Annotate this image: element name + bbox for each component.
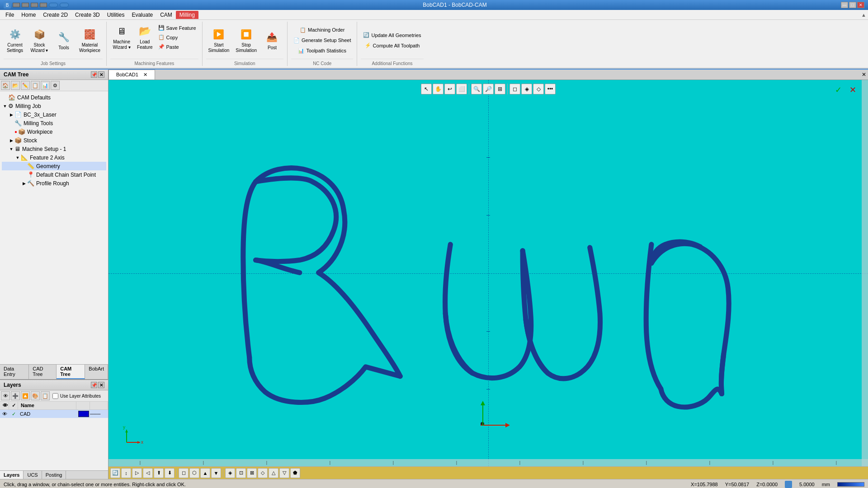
layers-close-btn[interactable]: ✕ [98, 382, 104, 388]
menu-create2d[interactable]: Create 2D [39, 11, 71, 19]
menu-utilities[interactable]: Utilities [104, 11, 128, 19]
tree-chain-start[interactable]: 📍 Default Chain Start Point [2, 170, 106, 179]
cam-toolbar-btn2[interactable]: 📂 [11, 81, 20, 90]
vt-wireframe[interactable]: ◇ [533, 84, 544, 94]
machining-order-button[interactable]: 📋 Machining Order [297, 26, 347, 34]
viewport-tab-bobcad1[interactable]: BobCAD1 ✕ [108, 70, 155, 80]
compute-all-toolpath-button[interactable]: ⚡ Compute All Toolpath [363, 41, 422, 50]
generate-setup-sheet-button[interactable]: 📄 Generate Setup Sheet [291, 36, 353, 45]
nav-btn2[interactable]: ↕ [121, 468, 131, 478]
tree-geometry[interactable]: 📏 Geometry [2, 162, 106, 170]
tools-button[interactable]: 🔧 Tools [52, 28, 75, 53]
save-feature-button[interactable]: 💾 Save Feature [156, 23, 198, 32]
nav-btn15[interactable]: △ [269, 468, 278, 478]
nav-btn11[interactable]: ◈ [225, 468, 235, 478]
nav-btn14[interactable]: ◇ [258, 468, 268, 478]
tree-profile-rough[interactable]: ▶ 🔨 Profile Rough [2, 179, 106, 188]
menu-cam[interactable]: CAM [156, 11, 176, 19]
cam-toolbar-btn4[interactable]: 📋 [31, 81, 40, 90]
vt-pan[interactable]: ✋ [433, 84, 443, 94]
viewport-close-btn[interactable]: ✕ [860, 70, 868, 80]
profile-rough-arrow[interactable]: ▶ [21, 181, 27, 186]
ribbon-collapse[interactable]: ▲ [861, 12, 866, 18]
update-all-geometries-button[interactable]: 🔄 Update All Geometries [361, 31, 423, 39]
cam-tree-pin-btn[interactable]: 📌 [91, 71, 97, 78]
nav-btn4[interactable]: ◁ [143, 468, 153, 478]
vt-fit[interactable]: ⊞ [495, 84, 505, 94]
load-feature-button[interactable]: 📂 LoadFeature [135, 22, 155, 52]
start-simulation-button[interactable]: ▶️ StartSimulation [206, 25, 232, 56]
layers-btn4[interactable]: 🎨 [31, 391, 40, 400]
tab-layers[interactable]: Layers [0, 471, 24, 479]
vt-settings[interactable]: ••• [545, 84, 556, 94]
menu-milling[interactable]: Milling [176, 11, 198, 19]
reject-button[interactable]: ✕ [846, 84, 859, 96]
menu-create3d[interactable]: Create 3D [71, 11, 104, 19]
layers-pin-btn[interactable]: 📌 [91, 382, 97, 388]
cam-toolbar-btn3[interactable]: ✏️ [21, 81, 30, 90]
tree-stock[interactable]: ▶ 📦 Stock [2, 136, 106, 145]
nav-btn9[interactable]: ▲ [200, 468, 210, 478]
viewport-tab-close[interactable]: ✕ [143, 72, 147, 77]
tab-cad-tree[interactable]: CAD Tree [29, 365, 57, 379]
nav-btn16[interactable]: ▽ [279, 468, 289, 478]
cam-toolbar-btn6[interactable]: ⚙ [51, 81, 60, 90]
menu-home[interactable]: Home [18, 11, 39, 19]
close-button[interactable]: ✕ [857, 2, 864, 8]
vt-select[interactable]: ↖ [421, 84, 432, 94]
tree-workpiece[interactable]: ● 📦 Workpiece [2, 127, 106, 136]
copy-button[interactable]: 📋 Copy [156, 33, 198, 42]
menu-evaluate[interactable]: Evaluate [128, 11, 156, 19]
cam-toolbar-btn5[interactable]: 📊 [41, 81, 50, 90]
color-picker-bar[interactable] [837, 482, 864, 487]
maximize-button[interactable]: □ [849, 2, 856, 8]
nav-btn8[interactable]: ⬡ [189, 468, 199, 478]
vt-rotate[interactable]: ↩ [444, 84, 455, 94]
tree-milling-job[interactable]: ▼ ⚙ Milling Job [2, 102, 106, 110]
nav-btn3[interactable]: ▷ [132, 468, 142, 478]
nav-btn1[interactable]: 🔄 [110, 468, 120, 478]
milling-job-arrow[interactable]: ▼ [2, 104, 8, 108]
layers-btn1[interactable]: 👁 [1, 391, 10, 400]
machine-wizard-button[interactable]: 🖥 MachineWizard ▾ [110, 22, 133, 52]
layer-color-swatch[interactable] [78, 411, 89, 417]
tree-feature-2axis[interactable]: ▼ 📐 Feature 2 Axis [2, 153, 106, 162]
stock-wizard-button[interactable]: 📦 StockWizard ▾ [28, 25, 51, 56]
tree-cam-defaults[interactable]: 🏠 CAM Defaults [2, 93, 106, 102]
tree-bc3x-laser[interactable]: ▶ 📄 BC_3x_Laser [2, 110, 106, 119]
stock-arrow[interactable]: ▶ [8, 138, 14, 143]
vt-zoom-box[interactable]: ⬜ [456, 84, 467, 94]
tab-data-entry[interactable]: Data Entry [0, 365, 29, 379]
cam-tree-close-btn[interactable]: ✕ [98, 71, 104, 78]
nav-btn6[interactable]: ⬇ [165, 468, 175, 478]
menu-file[interactable]: File [2, 11, 18, 19]
machine-setup-arrow[interactable]: ▼ [8, 147, 14, 151]
tab-posting[interactable]: Posting [42, 471, 66, 479]
use-layer-attributes-checkbox[interactable] [52, 393, 58, 399]
nav-btn10[interactable]: ▼ [211, 468, 221, 478]
paste-button[interactable]: 📌 Paste [156, 42, 198, 51]
layers-btn3[interactable]: 🔼 [21, 391, 30, 400]
cam-toolbar-btn1[interactable]: 🏠 [1, 81, 10, 90]
minimize-button[interactable]: — [841, 2, 848, 8]
nav-btn7[interactable]: ◻ [179, 468, 189, 478]
viewport-canvas[interactable]: |||||||||||| ↖ ✋ ↩ ⬜ 🔍 🔎 ⊞ ◻ ◈ ◇ ••• [108, 80, 868, 466]
material-workpiece-button[interactable]: 🧱 MaterialWorkpiece [77, 25, 103, 56]
tab-bobart[interactable]: BobArt [85, 365, 108, 379]
nav-btn12[interactable]: ⊡ [236, 468, 246, 478]
vt-zoom-out[interactable]: 🔎 [483, 84, 494, 94]
stop-simulation-button[interactable]: ⏹️ StopSimulation [233, 25, 259, 56]
bc3x-arrow[interactable]: ▶ [8, 113, 14, 117]
toolpath-statistics-button[interactable]: 📊 Toolpath Statistics [296, 47, 349, 55]
vt-shading[interactable]: ◈ [521, 84, 532, 94]
vt-view-cube[interactable]: ◻ [509, 84, 520, 94]
nav-btn17[interactable]: ⬟ [290, 468, 300, 478]
tab-ucs[interactable]: UCS [24, 471, 42, 479]
accept-button[interactable]: ✓ [832, 84, 844, 96]
layer-row-cad[interactable]: 👁 ✓ CAD ─── [0, 410, 108, 418]
tab-cam-tree[interactable]: CAM Tree [57, 365, 85, 379]
layers-btn5[interactable]: 📋 [41, 391, 50, 400]
layers-btn2[interactable]: ➕ [11, 391, 20, 400]
title-bar-controls[interactable]: — □ ✕ [841, 2, 864, 8]
current-settings-button[interactable]: ⚙️ CurrentSettings [4, 25, 26, 56]
